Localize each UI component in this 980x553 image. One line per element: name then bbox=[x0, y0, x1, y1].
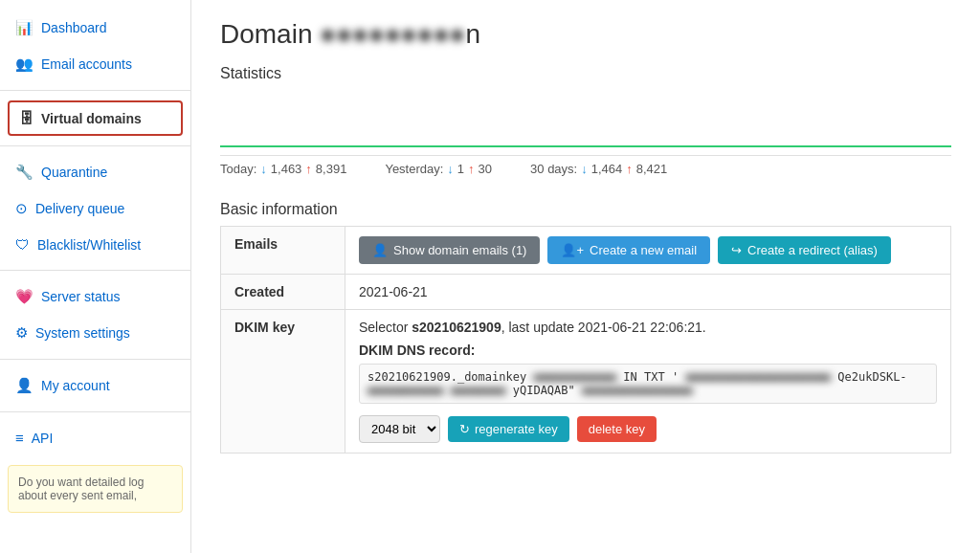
sidebar-divider-7 bbox=[0, 359, 190, 360]
sidebar-item-label-email-accounts: Email accounts bbox=[41, 56, 132, 72]
add-user-icon: 👤+ bbox=[561, 243, 584, 257]
dkim-last-update: , last update 2021-06-21 22:06:21. bbox=[501, 320, 706, 335]
create-redirect-button[interactable]: ↪ Create a redirect (alias) bbox=[718, 236, 891, 264]
today-down-icon: ↓ bbox=[260, 162, 267, 176]
sidebar-notification: Do you want detailed log about every sen… bbox=[8, 465, 183, 513]
dkim-selector-line: Selector s20210621909, last update 2021-… bbox=[359, 320, 937, 335]
dkim-record-blurred5: ●●●●●●●●●●●●●●●● bbox=[582, 384, 693, 397]
dkim-record: s20210621909._domainkey ●●●●●●●●●●●● IN … bbox=[359, 364, 937, 404]
sidebar-item-label-quarantine: Quarantine bbox=[41, 165, 107, 180]
yesterday-stat: Yesterday: ↓ 1 ↑ 30 bbox=[385, 162, 492, 176]
delivery-queue-icon: ⊙ bbox=[15, 200, 28, 217]
created-label: Created bbox=[221, 275, 345, 310]
yesterday-up-value: 30 bbox=[479, 162, 492, 176]
sidebar-item-label-dashboard: Dashboard bbox=[41, 20, 107, 35]
sidebar-item-label-my-account: My account bbox=[41, 378, 110, 393]
today-up-value: 8,391 bbox=[316, 162, 347, 176]
emails-row: Emails 👤 Show domain emails (1) 👤+ Creat… bbox=[221, 227, 951, 275]
server-status-icon: 💗 bbox=[15, 288, 33, 305]
dkim-record-blurred1: ●●●●●●●●●●●● bbox=[533, 370, 616, 384]
dkim-record-blurred4: ●●●●●●●● bbox=[451, 384, 506, 397]
sidebar-divider-8 bbox=[0, 411, 190, 412]
dkim-record-blurred3: ●●●●●●●●●●● bbox=[368, 384, 443, 397]
30days-up-icon: ↑ bbox=[626, 162, 633, 176]
redirect-icon: ↪ bbox=[731, 243, 742, 257]
30days-down-icon: ↓ bbox=[581, 162, 588, 176]
sidebar-item-blacklist-whitelist[interactable]: 🛡Blacklist/Whitelist bbox=[0, 227, 190, 262]
30days-up-value: 8,421 bbox=[636, 162, 668, 176]
chart bbox=[220, 90, 951, 147]
sidebar-item-quarantine[interactable]: 🔧Quarantine bbox=[0, 154, 190, 190]
email-accounts-icon: 👥 bbox=[15, 55, 33, 73]
dkim-selector-prefix: Selector bbox=[359, 320, 412, 335]
sidebar-divider-5 bbox=[0, 270, 190, 271]
today-stat: Today: ↓ 1,463 ↑ 8,391 bbox=[220, 162, 346, 176]
dkim-record-mid: IN TXT ' bbox=[623, 370, 679, 384]
main-content: Domain ●●●●●●●●●n Statistics Today: ↓ 1,… bbox=[191, 0, 980, 553]
dkim-selector-value: s20210621909 bbox=[412, 320, 501, 335]
sidebar-item-my-account[interactable]: 👤My account bbox=[0, 367, 190, 404]
dkim-dns-label: DKIM DNS record: bbox=[359, 343, 937, 358]
dashboard-icon: 📊 bbox=[15, 19, 33, 36]
sidebar-divider-2 bbox=[0, 145, 190, 146]
sidebar-item-label-virtual-domains: Virtual domains bbox=[41, 111, 142, 126]
sidebar-item-label-blacklist-whitelist: Blacklist/Whitelist bbox=[37, 237, 141, 253]
api-icon: ≡ bbox=[15, 430, 24, 446]
today-up-icon: ↑ bbox=[305, 162, 312, 176]
show-domain-emails-button[interactable]: 👤 Show domain emails (1) bbox=[359, 236, 540, 264]
sidebar-item-server-status[interactable]: 💗Server status bbox=[0, 278, 190, 315]
create-new-email-button[interactable]: 👤+ Create a new email bbox=[547, 236, 710, 264]
yesterday-down-icon: ↓ bbox=[447, 162, 454, 176]
sidebar-item-label-server-status: Server status bbox=[41, 289, 120, 304]
emails-btn-group: 👤 Show domain emails (1) 👤+ Create a new… bbox=[359, 236, 937, 264]
page-title: Domain ●●●●●●●●●n bbox=[220, 19, 951, 50]
created-row: Created 2021-06-21 bbox=[221, 275, 951, 310]
basic-info-section: Basic information Emails 👤 Show domain e… bbox=[220, 201, 951, 453]
30days-label: 30 days: bbox=[530, 162, 577, 176]
dkim-dns-block: DKIM DNS record: s20210621909._domainkey… bbox=[359, 343, 937, 404]
sidebar-item-delivery-queue[interactable]: ⊙Delivery queue bbox=[0, 190, 190, 227]
sidebar-item-label-delivery-queue: Delivery queue bbox=[35, 201, 124, 216]
domain-blurred: ●●●●●●●●● bbox=[320, 19, 465, 50]
yesterday-down-value: 1 bbox=[457, 162, 464, 176]
dkim-record-part1: s20210621909._domainkey bbox=[368, 370, 526, 384]
created-value: 2021-06-21 bbox=[345, 275, 951, 310]
sidebar-item-email-accounts[interactable]: 👥Email accounts bbox=[0, 46, 190, 82]
sidebar-divider-1 bbox=[0, 90, 190, 91]
dkim-record-suffix: Qe2ukDSKL- bbox=[837, 370, 906, 384]
today-label: Today: bbox=[220, 162, 256, 176]
dkim-record-end: yQIDAQAB" bbox=[513, 384, 575, 397]
sidebar-item-virtual-domains[interactable]: 🗄Virtual domains bbox=[8, 100, 183, 136]
statistics-section: Statistics Today: ↓ 1,463 ↑ 8,391 Yester… bbox=[220, 65, 951, 182]
regenerate-key-button[interactable]: ↻ regenerate key bbox=[448, 416, 569, 442]
system-settings-icon: ⚙ bbox=[15, 324, 28, 342]
sidebar-item-api[interactable]: ≡API bbox=[0, 420, 190, 455]
sidebar: 📊Dashboard👥Email accounts🗄Virtual domain… bbox=[0, 0, 191, 553]
bit-select[interactable]: 2048 bit 1024 bit 4096 bit bbox=[359, 415, 440, 443]
stats-row: Today: ↓ 1,463 ↑ 8,391 Yesterday: ↓ 1 ↑ … bbox=[220, 155, 951, 182]
emails-label: Emails bbox=[221, 227, 345, 275]
virtual-domains-icon: 🗄 bbox=[19, 110, 33, 126]
dkim-actions: 2048 bit 1024 bit 4096 bit ↻ regenerate … bbox=[359, 415, 937, 443]
delete-key-button[interactable]: delete key bbox=[577, 416, 657, 442]
sidebar-item-label-system-settings: System settings bbox=[35, 325, 130, 341]
quarantine-icon: 🔧 bbox=[15, 164, 33, 181]
statistics-label: Statistics bbox=[220, 65, 951, 82]
sidebar-item-system-settings[interactable]: ⚙System settings bbox=[0, 315, 190, 351]
30days-stat: 30 days: ↓ 1,464 ↑ 8,421 bbox=[530, 162, 667, 176]
basic-info-label: Basic information bbox=[220, 201, 951, 218]
emails-buttons-cell: 👤 Show domain emails (1) 👤+ Create a new… bbox=[345, 227, 951, 275]
dkim-record-blurred2: ●●●●●●●●●●●●●●●●●●●●● bbox=[685, 370, 831, 384]
sidebar-item-label-api: API bbox=[32, 431, 54, 446]
yesterday-label: Yesterday: bbox=[385, 162, 443, 176]
sidebar-item-dashboard[interactable]: 📊Dashboard bbox=[0, 10, 190, 46]
my-account-icon: 👤 bbox=[15, 377, 33, 394]
30days-down-value: 1,464 bbox=[591, 162, 623, 176]
refresh-icon: ↻ bbox=[459, 422, 470, 436]
user-icon: 👤 bbox=[372, 243, 388, 257]
dkim-content-cell: Selector s20210621909, last update 2021-… bbox=[345, 310, 951, 453]
today-down-value: 1,463 bbox=[271, 162, 302, 176]
info-table: Emails 👤 Show domain emails (1) 👤+ Creat… bbox=[220, 226, 951, 453]
dkim-row: DKIM key Selector s20210621909, last upd… bbox=[221, 310, 951, 453]
dkim-label: DKIM key bbox=[221, 310, 345, 453]
